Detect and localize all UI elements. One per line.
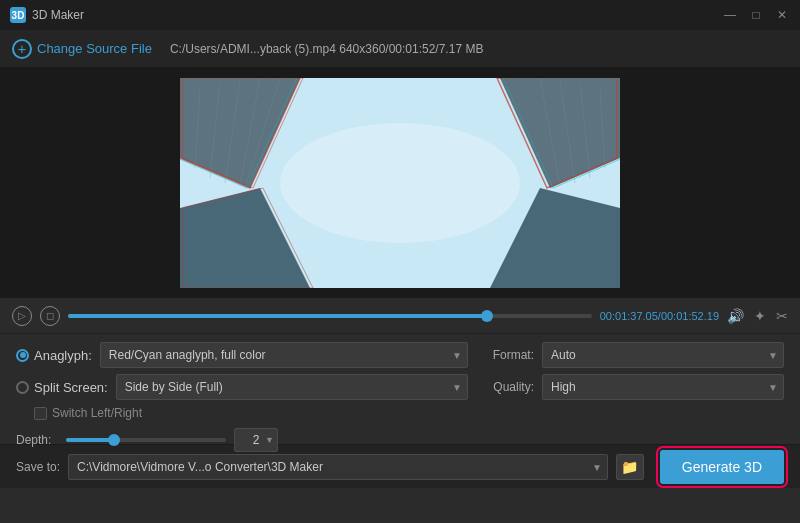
anaglyph-radio[interactable] <box>16 349 29 362</box>
stop-button[interactable]: ◻ <box>40 306 60 326</box>
save-path-wrapper: C:\Vidmore\Vidmore V...o Converter\3D Ma… <box>68 454 608 480</box>
split-screen-label: Split Screen: <box>34 380 108 395</box>
progress-fill <box>68 314 487 318</box>
anaglyph-dropdown[interactable]: Red/Cyan anaglyph, full color Red/Cyan a… <box>100 342 468 368</box>
depth-value-wrapper: 1 2 3 4 5 ▼ <box>234 428 278 452</box>
anaglyph-row: Anaglyph: Red/Cyan anaglyph, full color … <box>16 342 468 368</box>
depth-slider[interactable] <box>66 438 226 442</box>
left-settings: Anaglyph: Red/Cyan anaglyph, full color … <box>16 342 484 436</box>
split-screen-dropdown[interactable]: Side by Side (Full) Side by Side (Half) … <box>116 374 468 400</box>
right-settings: Format: Auto MP4 AVI MKV ▼ Quality: High… <box>484 342 784 436</box>
anaglyph-radio-label[interactable]: Anaglyph: <box>16 348 92 363</box>
window-controls: — □ ✕ <box>722 8 790 22</box>
title-bar: 3D 3D Maker — □ ✕ <box>0 0 800 30</box>
save-path-select[interactable]: C:\Vidmore\Vidmore V...o Converter\3D Ma… <box>68 454 608 480</box>
format-row: Format: Auto MP4 AVI MKV ▼ <box>484 342 784 368</box>
depth-row: Depth: 1 2 3 4 5 ▼ <box>16 428 468 452</box>
change-source-label: Change Source File <box>37 41 152 56</box>
title-left: 3D 3D Maker <box>10 7 84 23</box>
split-screen-radio-label[interactable]: Split Screen: <box>16 380 108 395</box>
format-label: Format: <box>484 348 534 362</box>
switch-lr-label: Switch Left/Right <box>52 406 142 420</box>
anaglyph-dropdown-wrapper: Red/Cyan anaglyph, full color Red/Cyan a… <box>100 342 468 368</box>
quality-label: Quality: <box>484 380 534 394</box>
depth-value-select[interactable]: 1 2 3 4 5 <box>234 428 278 452</box>
progress-bar[interactable] <box>68 314 592 318</box>
switch-lr-wrapper: Switch Left/Right <box>34 406 142 420</box>
toolbar: + Change Source File C:/Users/ADMI...yba… <box>0 30 800 68</box>
change-source-button[interactable]: + Change Source File <box>12 39 152 59</box>
minimize-button[interactable]: — <box>722 8 738 22</box>
split-screen-row: Split Screen: Side by Side (Full) Side b… <box>16 374 468 400</box>
controls-bar: ▷ ◻ 00:01:37.05/00:01:52.19 🔊 ✦ ✂ <box>0 298 800 334</box>
close-button[interactable]: ✕ <box>774 8 790 22</box>
split-screen-radio[interactable] <box>16 381 29 394</box>
format-dropdown[interactable]: Auto MP4 AVI MKV <box>542 342 784 368</box>
depth-slider-fill <box>66 438 114 442</box>
switch-lr-row: Switch Left/Right <box>16 406 468 420</box>
play-button[interactable]: ▷ <box>12 306 32 326</box>
time-display: 00:01:37.05/00:01:52.19 <box>600 310 719 322</box>
control-icons: 🔊 ✦ ✂ <box>727 308 788 324</box>
volume-icon[interactable]: 🔊 <box>727 308 744 324</box>
quality-row: Quality: High Medium Low ▼ <box>484 374 784 400</box>
star-icon[interactable]: ✦ <box>754 308 766 324</box>
svg-point-20 <box>280 123 520 243</box>
quality-dropdown[interactable]: High Medium Low <box>542 374 784 400</box>
quality-dropdown-wrapper: High Medium Low ▼ <box>542 374 784 400</box>
maximize-button[interactable]: □ <box>748 8 764 22</box>
depth-label: Depth: <box>16 433 58 447</box>
depth-slider-thumb <box>108 434 120 446</box>
title-text: 3D Maker <box>32 8 84 22</box>
format-dropdown-wrapper: Auto MP4 AVI MKV ▼ <box>542 342 784 368</box>
settings-panel: Anaglyph: Red/Cyan anaglyph, full color … <box>0 334 800 444</box>
progress-thumb <box>481 310 493 322</box>
save-label: Save to: <box>16 460 60 474</box>
add-icon: + <box>12 39 32 59</box>
open-folder-button[interactable]: 📁 <box>616 454 644 480</box>
anaglyph-label: Anaglyph: <box>34 348 92 363</box>
scissors-icon[interactable]: ✂ <box>776 308 788 324</box>
split-screen-dropdown-wrapper: Side by Side (Full) Side by Side (Half) … <box>116 374 468 400</box>
switch-lr-checkbox[interactable] <box>34 407 47 420</box>
generate-3d-button[interactable]: Generate 3D <box>660 450 784 484</box>
app-icon: 3D <box>10 7 26 23</box>
video-thumbnail <box>180 78 620 288</box>
file-info: C:/Users/ADMI...yback (5).mp4 640x360/00… <box>170 42 483 56</box>
preview-area <box>0 68 800 298</box>
